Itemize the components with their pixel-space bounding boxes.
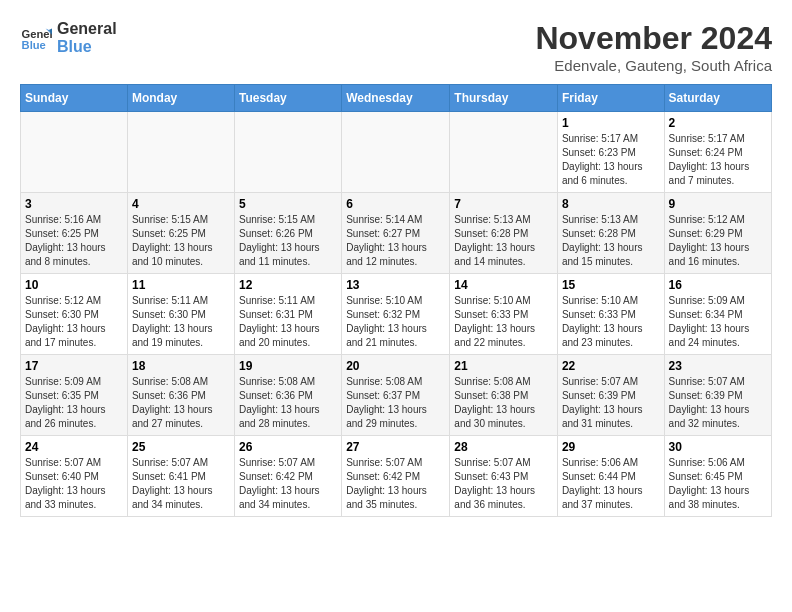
day-number: 19 — [239, 359, 337, 373]
week-row-5: 24Sunrise: 5:07 AMSunset: 6:40 PMDayligh… — [21, 436, 772, 517]
day-number: 4 — [132, 197, 230, 211]
calendar-cell: 26Sunrise: 5:07 AMSunset: 6:42 PMDayligh… — [235, 436, 342, 517]
calendar-cell — [21, 112, 128, 193]
day-info: Sunrise: 5:14 AMSunset: 6:27 PMDaylight:… — [346, 213, 445, 269]
calendar-cell: 24Sunrise: 5:07 AMSunset: 6:40 PMDayligh… — [21, 436, 128, 517]
calendar-cell: 1Sunrise: 5:17 AMSunset: 6:23 PMDaylight… — [557, 112, 664, 193]
weekday-tuesday: Tuesday — [235, 85, 342, 112]
day-info: Sunrise: 5:09 AMSunset: 6:34 PMDaylight:… — [669, 294, 767, 350]
day-number: 24 — [25, 440, 123, 454]
day-info: Sunrise: 5:07 AMSunset: 6:41 PMDaylight:… — [132, 456, 230, 512]
day-number: 23 — [669, 359, 767, 373]
day-number: 29 — [562, 440, 660, 454]
day-info: Sunrise: 5:07 AMSunset: 6:42 PMDaylight:… — [346, 456, 445, 512]
calendar-cell: 8Sunrise: 5:13 AMSunset: 6:28 PMDaylight… — [557, 193, 664, 274]
day-info: Sunrise: 5:10 AMSunset: 6:33 PMDaylight:… — [562, 294, 660, 350]
day-number: 26 — [239, 440, 337, 454]
day-info: Sunrise: 5:07 AMSunset: 6:43 PMDaylight:… — [454, 456, 553, 512]
day-info: Sunrise: 5:12 AMSunset: 6:29 PMDaylight:… — [669, 213, 767, 269]
calendar-cell: 21Sunrise: 5:08 AMSunset: 6:38 PMDayligh… — [450, 355, 558, 436]
day-number: 11 — [132, 278, 230, 292]
calendar-cell: 28Sunrise: 5:07 AMSunset: 6:43 PMDayligh… — [450, 436, 558, 517]
calendar-cell — [127, 112, 234, 193]
calendar-cell — [235, 112, 342, 193]
day-number: 25 — [132, 440, 230, 454]
day-number: 5 — [239, 197, 337, 211]
day-info: Sunrise: 5:07 AMSunset: 6:39 PMDaylight:… — [562, 375, 660, 431]
week-row-2: 3Sunrise: 5:16 AMSunset: 6:25 PMDaylight… — [21, 193, 772, 274]
day-number: 13 — [346, 278, 445, 292]
svg-text:Blue: Blue — [22, 39, 46, 51]
calendar-cell — [450, 112, 558, 193]
calendar-cell: 3Sunrise: 5:16 AMSunset: 6:25 PMDaylight… — [21, 193, 128, 274]
calendar-cell: 14Sunrise: 5:10 AMSunset: 6:33 PMDayligh… — [450, 274, 558, 355]
day-number: 14 — [454, 278, 553, 292]
day-number: 30 — [669, 440, 767, 454]
calendar-cell: 4Sunrise: 5:15 AMSunset: 6:25 PMDaylight… — [127, 193, 234, 274]
calendar-table: SundayMondayTuesdayWednesdayThursdayFrid… — [20, 84, 772, 517]
calendar-cell: 2Sunrise: 5:17 AMSunset: 6:24 PMDaylight… — [664, 112, 771, 193]
calendar-cell: 20Sunrise: 5:08 AMSunset: 6:37 PMDayligh… — [342, 355, 450, 436]
day-number: 3 — [25, 197, 123, 211]
week-row-1: 1Sunrise: 5:17 AMSunset: 6:23 PMDaylight… — [21, 112, 772, 193]
calendar-cell: 5Sunrise: 5:15 AMSunset: 6:26 PMDaylight… — [235, 193, 342, 274]
day-info: Sunrise: 5:06 AMSunset: 6:44 PMDaylight:… — [562, 456, 660, 512]
week-row-3: 10Sunrise: 5:12 AMSunset: 6:30 PMDayligh… — [21, 274, 772, 355]
day-info: Sunrise: 5:10 AMSunset: 6:32 PMDaylight:… — [346, 294, 445, 350]
day-info: Sunrise: 5:07 AMSunset: 6:42 PMDaylight:… — [239, 456, 337, 512]
day-info: Sunrise: 5:11 AMSunset: 6:31 PMDaylight:… — [239, 294, 337, 350]
day-number: 8 — [562, 197, 660, 211]
logo-icon: General Blue — [20, 22, 52, 54]
weekday-thursday: Thursday — [450, 85, 558, 112]
day-number: 28 — [454, 440, 553, 454]
calendar-cell: 29Sunrise: 5:06 AMSunset: 6:44 PMDayligh… — [557, 436, 664, 517]
day-number: 20 — [346, 359, 445, 373]
page-header: General Blue GeneralBlue November 2024 E… — [20, 20, 772, 74]
calendar-cell: 30Sunrise: 5:06 AMSunset: 6:45 PMDayligh… — [664, 436, 771, 517]
month-title: November 2024 — [535, 20, 772, 57]
day-info: Sunrise: 5:12 AMSunset: 6:30 PMDaylight:… — [25, 294, 123, 350]
calendar-body: 1Sunrise: 5:17 AMSunset: 6:23 PMDaylight… — [21, 112, 772, 517]
title-area: November 2024 Edenvale, Gauteng, South A… — [535, 20, 772, 74]
day-info: Sunrise: 5:09 AMSunset: 6:35 PMDaylight:… — [25, 375, 123, 431]
day-info: Sunrise: 5:15 AMSunset: 6:25 PMDaylight:… — [132, 213, 230, 269]
location: Edenvale, Gauteng, South Africa — [535, 57, 772, 74]
weekday-header-row: SundayMondayTuesdayWednesdayThursdayFrid… — [21, 85, 772, 112]
day-info: Sunrise: 5:08 AMSunset: 6:36 PMDaylight:… — [239, 375, 337, 431]
day-number: 18 — [132, 359, 230, 373]
weekday-sunday: Sunday — [21, 85, 128, 112]
day-number: 7 — [454, 197, 553, 211]
calendar-cell: 11Sunrise: 5:11 AMSunset: 6:30 PMDayligh… — [127, 274, 234, 355]
day-info: Sunrise: 5:17 AMSunset: 6:24 PMDaylight:… — [669, 132, 767, 188]
week-row-4: 17Sunrise: 5:09 AMSunset: 6:35 PMDayligh… — [21, 355, 772, 436]
day-info: Sunrise: 5:08 AMSunset: 6:38 PMDaylight:… — [454, 375, 553, 431]
calendar-cell: 6Sunrise: 5:14 AMSunset: 6:27 PMDaylight… — [342, 193, 450, 274]
weekday-saturday: Saturday — [664, 85, 771, 112]
day-info: Sunrise: 5:15 AMSunset: 6:26 PMDaylight:… — [239, 213, 337, 269]
weekday-monday: Monday — [127, 85, 234, 112]
day-info: Sunrise: 5:10 AMSunset: 6:33 PMDaylight:… — [454, 294, 553, 350]
day-info: Sunrise: 5:11 AMSunset: 6:30 PMDaylight:… — [132, 294, 230, 350]
weekday-wednesday: Wednesday — [342, 85, 450, 112]
calendar-cell: 25Sunrise: 5:07 AMSunset: 6:41 PMDayligh… — [127, 436, 234, 517]
logo: General Blue GeneralBlue — [20, 20, 117, 55]
calendar-cell: 17Sunrise: 5:09 AMSunset: 6:35 PMDayligh… — [21, 355, 128, 436]
calendar-cell: 15Sunrise: 5:10 AMSunset: 6:33 PMDayligh… — [557, 274, 664, 355]
day-number: 12 — [239, 278, 337, 292]
calendar-cell: 13Sunrise: 5:10 AMSunset: 6:32 PMDayligh… — [342, 274, 450, 355]
day-number: 6 — [346, 197, 445, 211]
day-number: 22 — [562, 359, 660, 373]
calendar-cell: 27Sunrise: 5:07 AMSunset: 6:42 PMDayligh… — [342, 436, 450, 517]
day-info: Sunrise: 5:08 AMSunset: 6:37 PMDaylight:… — [346, 375, 445, 431]
calendar-cell: 7Sunrise: 5:13 AMSunset: 6:28 PMDaylight… — [450, 193, 558, 274]
day-number: 2 — [669, 116, 767, 130]
weekday-friday: Friday — [557, 85, 664, 112]
day-info: Sunrise: 5:06 AMSunset: 6:45 PMDaylight:… — [669, 456, 767, 512]
calendar-cell: 16Sunrise: 5:09 AMSunset: 6:34 PMDayligh… — [664, 274, 771, 355]
calendar-cell: 12Sunrise: 5:11 AMSunset: 6:31 PMDayligh… — [235, 274, 342, 355]
day-number: 15 — [562, 278, 660, 292]
calendar-cell: 19Sunrise: 5:08 AMSunset: 6:36 PMDayligh… — [235, 355, 342, 436]
day-number: 9 — [669, 197, 767, 211]
calendar-cell: 23Sunrise: 5:07 AMSunset: 6:39 PMDayligh… — [664, 355, 771, 436]
calendar-cell: 18Sunrise: 5:08 AMSunset: 6:36 PMDayligh… — [127, 355, 234, 436]
